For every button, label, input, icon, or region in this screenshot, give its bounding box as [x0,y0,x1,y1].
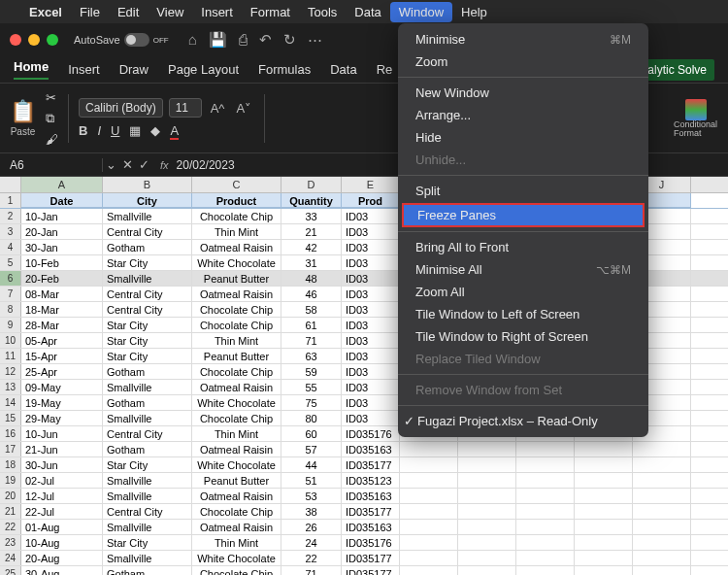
font-size-select[interactable]: 11 [169,98,202,118]
row-header[interactable]: 8 [0,302,21,317]
menu-item[interactable]: Zoom [398,51,648,73]
cell[interactable]: 20-Jan [21,224,103,239]
cancel-icon[interactable]: ✕ [119,157,136,172]
cell[interactable]: ID03 [342,318,400,332]
cell[interactable]: Chocolate Chip [192,411,281,425]
menu-item[interactable]: Bring All to Front [398,236,648,258]
tab-page-layout[interactable]: Page Layout [168,62,239,77]
cell[interactable]: Chocolate Chip [192,504,281,519]
tab-formulas[interactable]: Formulas [258,62,311,77]
font-color-icon[interactable]: A [170,123,179,138]
tab-draw[interactable]: Draw [119,62,149,77]
cell[interactable]: 71 [281,333,342,348]
menu-window[interactable]: Window [390,2,452,22]
cell[interactable]: Chocolate Chip [192,209,281,223]
cell[interactable]: 12-Jul [21,489,103,503]
cell[interactable] [458,566,516,575]
menu-help[interactable]: Help [461,5,487,19]
cell[interactable]: ID03 [342,349,400,363]
cell[interactable]: Central City [103,287,192,301]
cell[interactable]: ID03 [342,255,400,270]
cell[interactable]: Central City [103,302,192,317]
cell[interactable]: 20-Aug [21,551,103,565]
cell[interactable] [516,489,575,503]
cell[interactable]: Central City [103,224,192,239]
row-header[interactable]: 11 [0,349,21,363]
row-header[interactable]: 1 [0,193,21,208]
cell[interactable]: 20-Feb [21,271,103,286]
cell[interactable]: Smallville [103,473,192,488]
cell[interactable]: Gotham [103,240,192,254]
redo-icon[interactable]: ↻ [283,31,296,49]
cell[interactable]: ID03 [342,240,400,254]
cell[interactable]: 60 [281,426,342,441]
cell[interactable]: 22-Jul [21,504,103,519]
cell[interactable] [400,457,458,472]
cell[interactable]: 28-Mar [21,318,103,332]
more-icon[interactable]: ⋯ [308,31,322,49]
confirm-icon[interactable]: ✓ [136,157,152,172]
col-header-e[interactable]: E [342,177,400,192]
row-header[interactable]: 2 [0,209,21,223]
save-icon[interactable]: 💾 [209,31,227,49]
cell[interactable] [458,520,516,534]
format-painter-icon[interactable]: 🖌 [46,132,58,147]
menu-item[interactable]: New Window [398,82,648,104]
cell[interactable]: Smallville [103,271,192,286]
cell[interactable]: Peanut Butter [192,473,281,488]
cell[interactable]: ID035177 [342,566,400,575]
cell[interactable]: Smallville [103,551,192,565]
cell[interactable]: 80 [281,411,342,425]
menu-item[interactable]: Minimise All⌥⌘M [398,258,648,281]
home-icon[interactable]: ⌂ [188,31,197,49]
cell[interactable] [458,442,516,457]
row-header[interactable]: 23 [0,535,21,550]
cell[interactable]: 63 [281,349,342,363]
cell[interactable]: Chocolate Chip [192,302,281,317]
row-header[interactable]: 24 [0,551,21,565]
cell[interactable] [516,520,575,534]
cell[interactable] [400,504,458,519]
cell[interactable] [516,473,575,488]
row-header[interactable]: 6 [0,271,21,286]
cell[interactable]: White Chocolate [192,395,281,410]
cell[interactable]: Star City [103,333,192,348]
cell[interactable] [633,457,691,472]
cell[interactable]: ID035177 [342,504,400,519]
cut-icon[interactable]: ✂ [46,90,58,105]
cell[interactable]: 46 [281,287,342,301]
row-header[interactable]: 17 [0,442,21,457]
cell[interactable] [516,566,575,575]
cell[interactable]: 18-Mar [21,302,103,317]
cell[interactable]: ID03 [342,287,400,301]
cell[interactable] [633,442,691,457]
row-header[interactable]: 9 [0,318,21,332]
cell[interactable]: Peanut Butter [192,349,281,363]
cell[interactable]: 22 [281,551,342,565]
cell[interactable]: 19-May [21,395,103,410]
cell[interactable]: ID035123 [342,473,400,488]
cell[interactable]: ID035177 [342,551,400,565]
row-header[interactable]: 5 [0,255,21,270]
cell[interactable]: Thin Mint [192,535,281,550]
menu-item[interactable]: Minimise⌘M [398,28,648,51]
cell[interactable]: Star City [103,535,192,550]
cell[interactable] [633,566,691,575]
row-header[interactable]: 14 [0,395,21,410]
cell[interactable]: 01-Aug [21,520,103,534]
cell[interactable]: 53 [281,489,342,503]
col-header-d[interactable]: D [281,177,342,192]
cell[interactable] [400,566,458,575]
cell[interactable]: 75 [281,395,342,410]
cell[interactable]: ID03 [342,364,400,379]
cell[interactable]: 10-Jun [21,426,103,441]
cell[interactable] [633,473,691,488]
col-header-b[interactable]: B [103,177,192,192]
cell[interactable]: 24 [281,535,342,550]
cell[interactable]: Smallville [103,209,192,223]
cell[interactable]: ID03 [342,380,400,394]
row-header[interactable]: 15 [0,411,21,425]
cell[interactable]: 55 [281,380,342,394]
cell[interactable]: ID03 [342,395,400,410]
row-header[interactable]: 25 [0,566,21,575]
